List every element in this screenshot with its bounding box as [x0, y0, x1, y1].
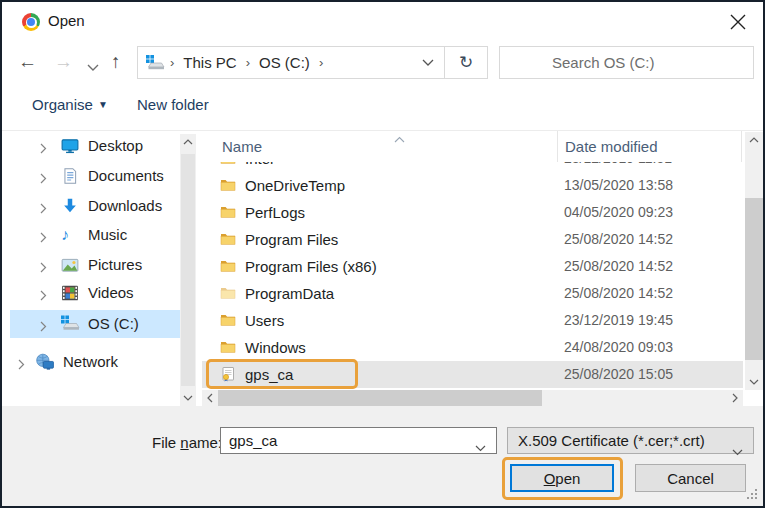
new-folder-button[interactable]: New folder [137, 96, 209, 113]
file-row-users[interactable]: Users 23/12/2019 19:45 [202, 307, 743, 334]
column-divider[interactable] [741, 131, 742, 162]
drive-icon [61, 315, 79, 333]
organise-menu-button[interactable]: Organise▼ [32, 96, 108, 113]
scroll-down-icon[interactable] [745, 374, 763, 390]
column-header-date[interactable]: Date modified [565, 138, 658, 155]
breadcrumb-os-c[interactable]: OS (C:) [255, 54, 314, 71]
close-icon[interactable] [727, 11, 749, 33]
documents-icon [61, 167, 79, 185]
folder-icon [220, 258, 236, 274]
desktop-icon [61, 137, 79, 155]
file-list-horizontal-scrollbar[interactable] [202, 390, 743, 406]
folder-icon [220, 339, 236, 355]
scroll-right-icon[interactable] [727, 390, 743, 406]
expand-chevron-icon[interactable] [40, 318, 47, 335]
file-row-windows[interactable]: Windows 24/08/2020 09:03 [202, 334, 743, 361]
file-row-perflogs[interactable]: PerfLogs 04/05/2020 09:23 [202, 199, 743, 226]
sidebar-item-desktop[interactable]: Desktop [2, 132, 180, 160]
expand-chevron-icon[interactable] [40, 170, 47, 187]
address-bar[interactable]: › This PC › OS (C:) › [137, 46, 445, 79]
forward-button[interactable]: → [54, 50, 73, 74]
back-button[interactable]: ← [18, 50, 37, 74]
scroll-down-icon[interactable] [180, 390, 196, 406]
file-row-clipped[interactable]: Intel 23/12/2019 11:51 [202, 162, 743, 172]
annotation-box-open-button [502, 457, 623, 500]
sidebar-item-os-c[interactable]: OS (C:) [10, 310, 180, 338]
file-name-input[interactable] [221, 428, 466, 453]
breadcrumb-separator: › [314, 55, 328, 70]
file-type-dropdown-chevron-icon [732, 438, 743, 463]
sidebar-item-music[interactable]: ♪ Music [2, 221, 180, 249]
pictures-icon [61, 256, 79, 274]
drive-icon [146, 55, 165, 70]
column-header-row: Name Date modified [202, 131, 743, 162]
file-row-gps-ca[interactable]: gps_ca 25/08/2020 15:05 [202, 361, 743, 388]
music-icon: ♪ [61, 226, 79, 244]
file-row-program-files-x86[interactable]: Program Files (x86) 25/08/2020 14:52 [202, 253, 743, 280]
title-bar: Open [2, 2, 763, 42]
scroll-up-icon[interactable] [745, 132, 763, 148]
sidebar-item-network[interactable]: Network [2, 348, 180, 376]
file-row-program-files[interactable]: Program Files 25/08/2020 14:52 [202, 226, 743, 253]
column-divider[interactable] [557, 131, 558, 162]
file-list: Intel 23/12/2019 11:51 OneDriveTemp 13/0… [202, 162, 743, 390]
sidebar-item-downloads[interactable]: Downloads [2, 192, 180, 220]
annotation-box-gps-ca [206, 359, 358, 389]
file-row-onedrivetemp[interactable]: OneDriveTemp 13/05/2020 13:58 [202, 172, 743, 199]
breadcrumb-separator: › [241, 55, 255, 70]
folder-icon [220, 312, 236, 328]
scrollbar-thumb[interactable] [745, 198, 763, 360]
folder-icon [220, 231, 236, 247]
organise-caret-icon: ▼ [98, 99, 108, 110]
up-button[interactable]: ↑ [111, 50, 121, 74]
folder-icon [220, 204, 236, 220]
file-name-combo [220, 427, 497, 454]
search-input[interactable] [500, 47, 753, 78]
recent-locations-chevron-icon[interactable] [87, 54, 99, 78]
sidebar-item-videos[interactable]: Videos [2, 279, 180, 307]
file-type-select[interactable]: X.509 Certificate (*.cer;*.crt) [507, 427, 754, 454]
refresh-button[interactable]: ↻ [445, 46, 488, 79]
network-icon [35, 353, 53, 371]
sidebar-scrollbar[interactable] [180, 134, 196, 406]
cancel-button[interactable]: Cancel [635, 464, 746, 492]
file-name-label: File name: [152, 434, 222, 451]
scroll-left-icon[interactable] [202, 390, 218, 406]
breadcrumb-separator: › [165, 55, 179, 70]
expand-chevron-icon[interactable] [40, 140, 47, 157]
file-name-dropdown-chevron-icon[interactable] [475, 438, 486, 455]
breadcrumb-this-pc[interactable]: This PC [179, 54, 240, 71]
scrollbar-thumb[interactable] [181, 154, 195, 386]
open-file-dialog: Open ← → ↑ › This PC › OS (C:) › ↻ [0, 0, 765, 508]
expand-chevron-icon[interactable] [18, 356, 25, 373]
sidebar-item-documents[interactable]: Documents [2, 162, 180, 190]
sort-ascending-icon [394, 129, 405, 146]
scroll-up-icon[interactable] [180, 134, 196, 150]
expand-chevron-icon[interactable] [40, 287, 47, 304]
folder-icon [220, 177, 236, 193]
file-row-programdata[interactable]: ProgramData 25/08/2020 14:52 [202, 280, 743, 307]
downloads-icon [61, 197, 79, 215]
dialog-footer: File name: X.509 Certificate (*.cer;*.cr… [2, 406, 763, 508]
navigation-pane: Desktop Documents Downloads ♪ Music Pict… [2, 131, 198, 406]
folder-icon [220, 162, 236, 166]
chrome-app-icon [22, 13, 40, 31]
file-list-vertical-scrollbar[interactable] [745, 132, 763, 390]
scrollbar-thumb[interactable] [218, 390, 542, 406]
sidebar-item-pictures[interactable]: Pictures [2, 251, 180, 279]
resize-grip[interactable] [747, 486, 758, 503]
window-title: Open [48, 12, 85, 29]
command-toolbar: Organise▼ New folder ? [2, 84, 763, 131]
address-dropdown-chevron-icon[interactable] [412, 47, 444, 78]
expand-chevron-icon[interactable] [40, 259, 47, 276]
column-header-name[interactable]: Name [222, 138, 262, 155]
search-container [499, 46, 754, 79]
expand-chevron-icon[interactable] [40, 200, 47, 217]
videos-icon [61, 284, 79, 302]
expand-chevron-icon[interactable] [40, 229, 47, 246]
hidden-folder-icon [220, 285, 236, 301]
